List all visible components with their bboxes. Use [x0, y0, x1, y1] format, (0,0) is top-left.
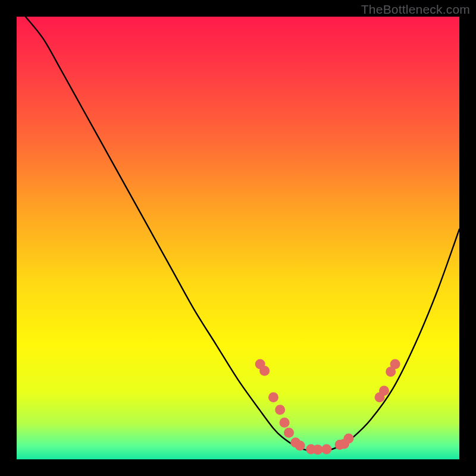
- threshold-dots: [255, 359, 400, 455]
- plot-area: [17, 17, 459, 459]
- watermark-text: TheBottleneck.com: [361, 2, 470, 17]
- chart-frame: TheBottleneck.com: [0, 0, 476, 476]
- threshold-dot: [344, 434, 354, 444]
- bottleneck-curve: [26, 17, 459, 451]
- threshold-dot: [284, 428, 294, 438]
- threshold-dot: [379, 386, 389, 396]
- threshold-dot: [390, 359, 400, 369]
- threshold-dot: [259, 366, 270, 376]
- curve-layer: [17, 17, 459, 459]
- threshold-dot: [295, 440, 305, 450]
- threshold-dot: [280, 418, 290, 428]
- threshold-dot: [268, 392, 278, 402]
- threshold-dot: [321, 444, 331, 454]
- threshold-dot: [275, 405, 285, 415]
- threshold-dot: [312, 444, 322, 455]
